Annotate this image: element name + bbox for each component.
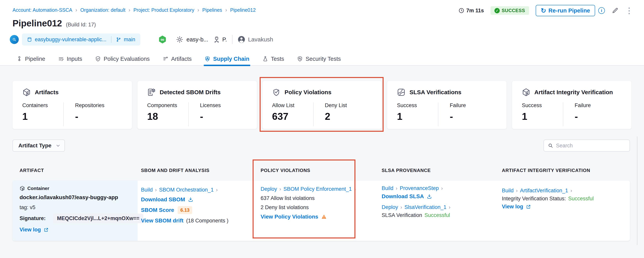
metric-label: Failure — [574, 102, 591, 108]
download-sbom-link[interactable]: Download SBOM — [141, 196, 185, 203]
stage-link[interactable]: Build — [382, 185, 393, 191]
metric-label: Components — [147, 102, 188, 108]
slsa-status-label: SLSA Verification — [382, 212, 422, 218]
search-box — [544, 140, 630, 152]
execution-meta-row: easybuggy-vulnerable-applic... main ∞ ea… — [10, 33, 273, 46]
tab-pipeline[interactable]: Pipeline — [16, 52, 45, 66]
metric-value: 1 — [397, 111, 438, 122]
breadcrumb-pipelines[interactable]: Pipelines — [202, 7, 222, 13]
user-avatar — [238, 36, 245, 44]
step-link[interactable]: SBOM Policy Enforcement_1 — [284, 186, 352, 192]
external-link-icon — [526, 204, 531, 209]
page-title: Pipeline012 — [12, 18, 62, 28]
breadcrumb-project[interactable]: Project: Product Exploratory — [133, 7, 194, 13]
table-header-row: ARTIFACT SBOM AND DRIFT ANALYSIS POLICY … — [0, 168, 644, 174]
rerun-pipeline-button[interactable]: ↻ Re-run Pipeline — [536, 5, 595, 16]
sbom-score-badge: 6.13 — [178, 206, 192, 214]
step-link[interactable]: SBOM Orchestration_1 — [159, 187, 214, 193]
step-link[interactable]: ArtifactVerification_1 — [520, 188, 568, 194]
sbom-drift-count: (18 Components ) — [186, 218, 228, 224]
tab-label: Pipeline — [25, 56, 45, 62]
metric-divider — [313, 102, 314, 126]
tab-supply-chain[interactable]: Supply Chain — [204, 52, 249, 66]
tab-label: Security Tests — [306, 56, 341, 62]
metric-divider — [188, 102, 189, 126]
tab-tests[interactable]: Tests — [262, 52, 284, 66]
breadcrumb: Account: Automation-SSCA › Organization:… — [12, 7, 256, 13]
external-link-icon — [44, 227, 49, 232]
step-link[interactable]: ProvenanceStep — [400, 185, 439, 191]
stage-link[interactable]: Deploy — [260, 186, 277, 192]
metric-value: 18 — [147, 111, 188, 122]
download-slsa-link[interactable]: Download SLSA — [382, 193, 424, 200]
tab-policy-evaluations[interactable]: Policy Evaluations — [95, 52, 150, 66]
search-icon — [548, 143, 553, 148]
more-options-kebab-icon[interactable]: ⋮ — [625, 7, 633, 14]
download-icon — [188, 197, 193, 202]
cell-slsa-provenance: Build › ProvenanceStep › Download SLSA D… — [382, 180, 453, 241]
shield-check-icon — [272, 88, 281, 96]
tab-artifacts[interactable]: Artifacts — [163, 52, 192, 66]
chevron-down-icon — [56, 143, 60, 148]
chevron-right-icon: › — [225, 7, 227, 13]
repository-icon — [27, 37, 32, 42]
metric-label: Success — [397, 102, 438, 108]
metric-label: Licenses — [200, 102, 221, 108]
breadcrumb-account[interactable]: Account: Automation-SSCA — [12, 7, 72, 13]
summary-cards-row: Artifacts Containers1 Repositories- Dete… — [12, 81, 632, 129]
status-badge-label: SUCCESS — [502, 8, 525, 13]
metric-value: - — [200, 111, 221, 122]
status-badge: ✓ SUCCESS — [490, 6, 529, 15]
stage-link[interactable]: Build — [141, 187, 153, 193]
artifact-image-name: docker.io/lavakush07/easy-buggy-app — [20, 194, 143, 200]
chevron-right-icon: › — [516, 188, 518, 194]
card-title: Artifact Integrity Verification — [534, 89, 613, 96]
artifact-type-dropdown[interactable]: Artifact Type — [12, 140, 65, 152]
clock-icon — [458, 8, 464, 14]
stage-link[interactable]: Deploy — [382, 204, 398, 210]
metric-divider — [438, 102, 438, 126]
metric-label: Allow List — [272, 102, 313, 108]
step-link[interactable]: SlsaVerification_1 — [404, 204, 446, 210]
trigger-cron-icon — [213, 36, 220, 43]
chevron-right-icon: › — [128, 7, 130, 13]
cube-icon — [522, 88, 530, 96]
view-policy-violations-link[interactable]: View Policy Violations — [260, 214, 318, 220]
cell-sbom-drift: Build › SBOM Orchestration_1 › Download … — [141, 180, 228, 241]
col-header-artifact: ARTIFACT — [20, 168, 44, 173]
card-title: SLSA Verifications — [410, 89, 462, 96]
tab-security-tests[interactable]: Security Tests — [297, 52, 341, 66]
metric-divider — [563, 102, 563, 126]
trigger-name-label: easy-b... — [186, 36, 208, 43]
edit-pencil-icon[interactable] — [612, 7, 618, 14]
tab-label: Artifacts — [171, 56, 192, 62]
panel-scroll-divider — [637, 136, 637, 245]
chevron-right-icon: › — [280, 186, 281, 192]
breadcrumb-organization[interactable]: Organization: default — [80, 7, 126, 13]
gear-icon — [176, 36, 184, 43]
view-sbom-drift-link[interactable]: View SBOM drift — [141, 218, 184, 224]
cell-artifact-integrity: Build › ArtifactVerification_1 › Integri… — [502, 180, 594, 241]
sbom-score-link[interactable]: SBOM Score — [141, 207, 174, 213]
branch-name-link[interactable]: main — [124, 36, 135, 42]
chevron-right-icon: › — [570, 188, 572, 194]
repo-name-link[interactable]: easybuggy-vulnerable-applic... — [35, 36, 106, 42]
metric-label: Deny List — [325, 102, 347, 108]
col-header-policy: POLICY VIOLATIONS — [260, 168, 310, 173]
tab-inputs[interactable]: Inputs — [58, 52, 82, 66]
signature-value[interactable]: MEQCICde2Vjl...L+2+mqnOXw== — [53, 214, 144, 223]
view-log-link[interactable]: View log — [20, 227, 41, 233]
infinity-glyph: ∞ — [160, 37, 164, 42]
breadcrumb-pipeline012[interactable]: Pipeline012 — [230, 7, 256, 13]
cube-icon — [22, 88, 31, 96]
chevron-right-icon: › — [441, 185, 443, 191]
chevron-right-icon: › — [76, 7, 77, 13]
vertical-divider — [232, 35, 232, 44]
info-icon[interactable]: i — [598, 7, 605, 14]
tab-label: Inputs — [67, 56, 82, 62]
card-title: Policy Violations — [285, 89, 332, 96]
stage-link[interactable]: Build — [502, 188, 514, 194]
view-log-link[interactable]: View log — [502, 204, 523, 210]
search-input[interactable] — [556, 143, 620, 149]
warning-triangle-icon — [321, 214, 327, 220]
